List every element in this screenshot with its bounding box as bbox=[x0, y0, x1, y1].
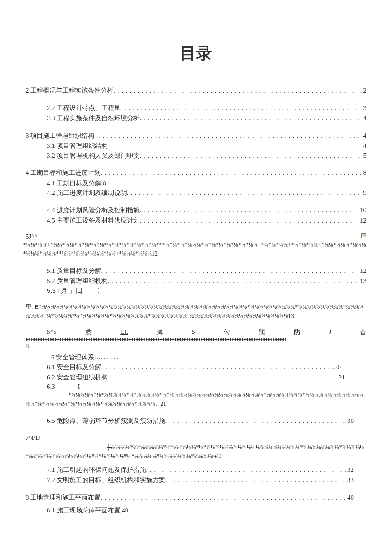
toc-entry-2-3: 2.3 工程实施条件及自然环境分析 . . . . . . . . . . . … bbox=[26, 113, 366, 123]
toc-entry-3-1: 3.1 项目管理组织结构 4 bbox=[26, 141, 366, 151]
toc-entry-6-2: 6.2 安全管理组织机构 . . . . . . . . . . . . . .… bbox=[26, 373, 366, 382]
toc-entry-5-garbled-body: *⅛⅛*⅛⅛+*⅛⅛*⅛⅛*⅛*⅛*⅛*⅛*⅛*⅛*⅛*⅛*⅛*⅛*⅛***⅛*… bbox=[23, 240, 369, 258]
toc-entry-4-1: 4.1 工期目标及分解 8 bbox=[26, 179, 366, 188]
toc-entry-4-2: 4.2 施工进度计划及编制说明 . . . . . . . . . . . . … bbox=[26, 188, 366, 198]
diamond-leader: ♦♦♦♦♦♦♦♦♦♦♦♦♦♦♦♦♦♦♦♦♦♦♦♦♦♦♦♦♦♦♦♦♦♦♦♦♦♦♦♦… bbox=[26, 336, 366, 343]
toc-entry-7-2: 7.2 文明施工的目标、组织机构和实施方案 . . . . . . . . . … bbox=[26, 475, 366, 485]
toc-entry-6-5: 6.5 危险点、薄弱环节分析预测及预防措施 . . . . . . . . . … bbox=[26, 416, 366, 426]
toc-entry-4: 4 工期目标和施工进度计划 . . . . . . . . . . . . . … bbox=[26, 168, 366, 178]
toc-entry-8: 8 工地管理和施工平面布置 . . . . . . . . . . . . . … bbox=[26, 493, 366, 503]
toc-entry-8-1: 8.1 施工现场总体平面布置 40 bbox=[26, 506, 366, 515]
toc-entry-3: 3 项目施工管理组织结构 . . . . . . . . . . . . . .… bbox=[26, 131, 366, 141]
toc-entry-5-1: 5.1 质量目标及分解 . . . . . . . . . . . . . . … bbox=[26, 266, 366, 276]
toc-entry-5-5: 5*5 质 Uk 薄 5 匀 预 防 J 昔 bbox=[26, 328, 366, 336]
toc-entry-7-1: 7.1 施工引起的环保问题及保护措施 . . . . . . . . . . .… bbox=[26, 465, 366, 475]
toc-entry-6-1: 6.1 安全目标及分解 . . . . . . . . . . . . . . … bbox=[26, 362, 366, 372]
toc-entry-6-3: 6.3 I bbox=[26, 383, 366, 390]
box-glyph-icon: ⊟ bbox=[361, 233, 366, 238]
toc-entry-5-garbled-head: 5J^^ ⊟ bbox=[26, 233, 366, 240]
leader-dots: . . . . . . . . . . . . . . . . . . . . … bbox=[113, 86, 361, 95]
toc-page-dangling-8: 8 bbox=[26, 343, 366, 350]
toc-entry-5-2: 5.2 质量管理组织机构 . . . . . . . . . . . . . .… bbox=[26, 276, 366, 286]
toc-label: 2 工程概况与工程实施条件分析 bbox=[26, 86, 113, 95]
toc-entry-6-3-garbled: *⅞⅛⅞⅛⅛*⅛*⅞⅛⅞⅛⅛*⅛*⅞⅛⅞⅛⅛*⅛*⅞⅛⅞⅛⅛⅞⅞⅛⅞⅛⅛⅛⅞⅞⅛… bbox=[26, 390, 366, 408]
toc-entry-3-2: 3.2 项目管理机构人员及部门职责 . . . . . . . . . . . … bbox=[26, 151, 366, 161]
toc-entry-7: 7^PIJ bbox=[26, 433, 366, 443]
toc-entry-6: 6 安全管理体系…. . . . . . bbox=[26, 353, 366, 362]
toc-entry-2: 2 工程概况与工程实施条件分析 . . . . . . . . . . . . … bbox=[26, 86, 366, 95]
toc-entry-5-3: 5.3 ! 月 」|L| 〕 bbox=[26, 287, 366, 295]
toc-entry-2-2: 2.2 工程设计特点、工程量 . . . . . . . . . . . . .… bbox=[26, 103, 366, 113]
toc-page: 2 bbox=[362, 86, 367, 95]
doc-title: 目录 bbox=[26, 43, 366, 64]
toc-entry-4-4: 4.4 进度计划风险分析及控制措施 . . . . . . . . . . . … bbox=[26, 205, 366, 215]
toc-entry-7-garbled: ┼.⅛⅞⅛⅛*⅛*⅞⅛⅞⅛⅛*⅛*⅞⅛⅞⅛⅛*⅛*⅞⅛⅞⅛⅛⅞⅞⅛⅞⅛⅛⅛⅞⅞⅛… bbox=[26, 443, 366, 461]
toc-entry-4-5: 4.5 主要施工设备及材料供应计划 . . . . . . . . . . . … bbox=[26, 216, 366, 225]
toc-entry-li-e: 里. E*⅞⅛⅞⅛⅞⅛⅞⅛⅞⅛⅞⅛⅞⅛⅞⅛⅞⅛⅞⅛⅞⅛⅞⅛⅞⅛⅞⅛⅞⅛⅞⅛⅞⅛⅞… bbox=[26, 303, 366, 321]
